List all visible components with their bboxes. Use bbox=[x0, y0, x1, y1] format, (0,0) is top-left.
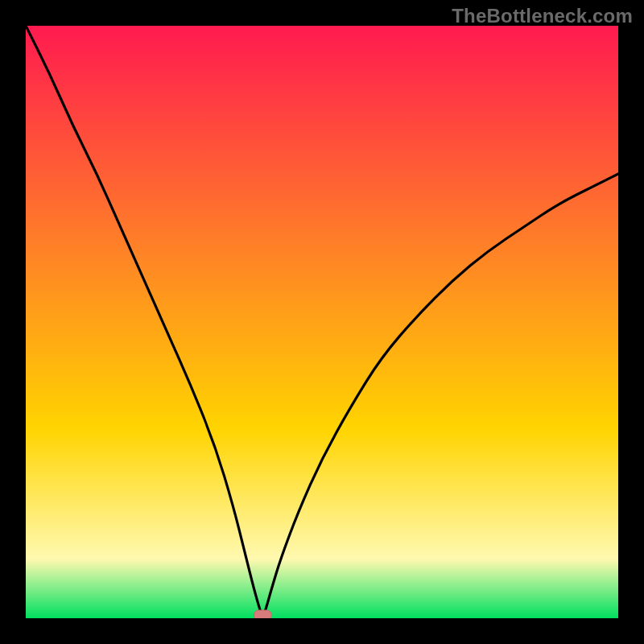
gradient-background bbox=[26, 26, 618, 618]
bottleneck-chart-svg bbox=[26, 26, 618, 618]
watermark-text: TheBottleneck.com bbox=[452, 5, 633, 27]
plot-area bbox=[26, 26, 618, 618]
optimum-marker bbox=[254, 610, 271, 618]
chart-frame: TheBottleneck.com bbox=[0, 0, 644, 644]
